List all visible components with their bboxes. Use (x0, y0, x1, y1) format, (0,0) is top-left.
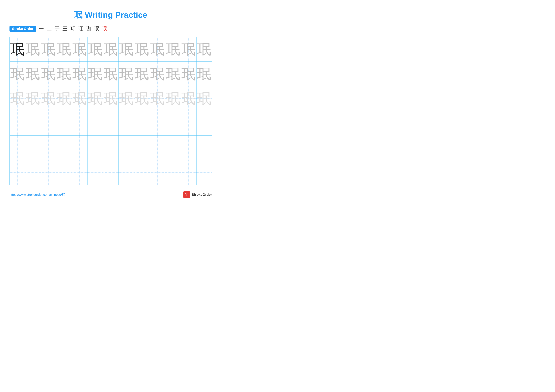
cell-5-4[interactable] (56, 135, 72, 160)
cell-6-12[interactable] (181, 160, 196, 185)
char-medium: 珉 (88, 42, 102, 56)
char-light: 珉 (41, 91, 56, 106)
char-dark: 珉 (10, 42, 24, 56)
cell-1-6[interactable]: 珉 (88, 37, 103, 61)
cell-4-7[interactable] (103, 111, 118, 135)
cell-2-6[interactable]: 珉 (88, 62, 103, 86)
cell-4-11[interactable] (165, 111, 181, 135)
cell-1-1[interactable]: 珉 (10, 37, 25, 61)
char-light: 珉 (57, 91, 71, 106)
cell-3-1[interactable]: 珉 (10, 86, 25, 111)
cell-2-12[interactable]: 珉 (181, 62, 196, 86)
cell-6-13[interactable] (197, 160, 212, 185)
cell-6-2[interactable] (25, 160, 41, 185)
cell-3-5[interactable]: 珉 (72, 86, 88, 111)
cell-2-9[interactable]: 珉 (134, 62, 150, 86)
cell-1-12[interactable]: 珉 (181, 37, 196, 61)
cell-2-4[interactable]: 珉 (56, 62, 72, 86)
cell-2-5[interactable]: 珉 (72, 62, 88, 86)
stroke-8: 珉 (94, 25, 99, 32)
cell-3-11[interactable]: 珉 (165, 86, 181, 111)
char-medium: 珉 (41, 67, 56, 81)
cell-1-2[interactable]: 珉 (25, 37, 41, 61)
cell-3-13[interactable]: 珉 (197, 86, 212, 111)
cell-3-8[interactable]: 珉 (119, 86, 134, 111)
cell-5-11[interactable] (165, 135, 181, 160)
cell-1-11[interactable]: 珉 (165, 37, 181, 61)
cell-6-3[interactable] (41, 160, 56, 185)
cell-5-12[interactable] (181, 135, 196, 160)
cell-6-4[interactable] (56, 160, 72, 185)
cell-3-2[interactable]: 珉 (25, 86, 41, 111)
cell-3-7[interactable]: 珉 (103, 86, 118, 111)
cell-1-4[interactable]: 珉 (56, 37, 72, 61)
cell-4-5[interactable] (72, 111, 88, 135)
cell-2-10[interactable]: 珉 (150, 62, 165, 86)
char-medium: 珉 (88, 67, 102, 81)
cell-4-3[interactable] (41, 111, 56, 135)
cell-1-9[interactable]: 珉 (134, 37, 150, 61)
char-light: 珉 (166, 91, 180, 106)
cell-6-7[interactable] (103, 160, 118, 185)
cell-4-12[interactable] (181, 111, 196, 135)
cell-3-6[interactable]: 珉 (88, 86, 103, 111)
cell-6-8[interactable] (119, 160, 134, 185)
cell-3-4[interactable]: 珉 (56, 86, 72, 111)
cell-5-7[interactable] (103, 135, 118, 160)
cell-1-13[interactable]: 珉 (197, 37, 212, 61)
char-medium: 珉 (73, 67, 87, 81)
cell-3-10[interactable]: 珉 (150, 86, 165, 111)
cell-5-8[interactable] (119, 135, 134, 160)
cell-6-5[interactable] (72, 160, 88, 185)
cell-4-4[interactable] (56, 111, 72, 135)
cell-1-5[interactable]: 珉 (72, 37, 88, 61)
char-light: 珉 (197, 91, 211, 106)
cell-2-8[interactable]: 珉 (119, 62, 134, 86)
cell-4-1[interactable] (10, 111, 25, 135)
cell-3-3[interactable]: 珉 (41, 86, 56, 111)
cell-3-12[interactable]: 珉 (181, 86, 196, 111)
grid-row-6 (10, 160, 212, 185)
char-light: 珉 (104, 91, 118, 106)
cell-5-13[interactable] (197, 135, 212, 160)
grid-row-5 (10, 135, 212, 160)
char-medium: 珉 (119, 67, 133, 81)
cell-6-10[interactable] (150, 160, 165, 185)
cell-1-7[interactable]: 珉 (103, 37, 118, 61)
cell-6-11[interactable] (165, 160, 181, 185)
cell-2-3[interactable]: 珉 (41, 62, 56, 86)
cell-5-3[interactable] (41, 135, 56, 160)
cell-2-1[interactable]: 珉 (10, 62, 25, 86)
cell-4-9[interactable] (134, 111, 150, 135)
cell-6-9[interactable] (134, 160, 150, 185)
cell-4-10[interactable] (150, 111, 165, 135)
cell-2-13[interactable]: 珉 (197, 62, 212, 86)
stroke-2: 二 (47, 25, 52, 32)
cell-6-1[interactable] (10, 160, 25, 185)
cell-4-2[interactable] (25, 111, 41, 135)
footer-url[interactable]: https://www.strokeorder.com/chinese/珉 (9, 192, 65, 197)
char-light: 珉 (73, 91, 87, 106)
cell-2-2[interactable]: 珉 (25, 62, 41, 86)
cell-6-6[interactable] (88, 160, 103, 185)
cell-1-8[interactable]: 珉 (119, 37, 134, 61)
cell-5-1[interactable] (10, 135, 25, 160)
cell-5-10[interactable] (150, 135, 165, 160)
cell-5-9[interactable] (134, 135, 150, 160)
char-medium: 珉 (104, 42, 118, 56)
cell-5-6[interactable] (88, 135, 103, 160)
char-medium: 珉 (197, 42, 211, 56)
cell-2-7[interactable]: 珉 (103, 62, 118, 86)
cell-5-2[interactable] (25, 135, 41, 160)
char-light: 珉 (88, 91, 102, 106)
stroke-order-badge: Stroke Order (9, 26, 36, 32)
cell-4-6[interactable] (88, 111, 103, 135)
cell-2-11[interactable]: 珉 (165, 62, 181, 86)
cell-1-3[interactable]: 珉 (41, 37, 56, 61)
cell-3-9[interactable]: 珉 (134, 86, 150, 111)
cell-5-5[interactable] (72, 135, 88, 160)
cell-4-13[interactable] (197, 111, 212, 135)
cell-4-8[interactable] (119, 111, 134, 135)
cell-1-10[interactable]: 珉 (150, 37, 165, 61)
brand-name: StrokeOrder (192, 192, 212, 197)
